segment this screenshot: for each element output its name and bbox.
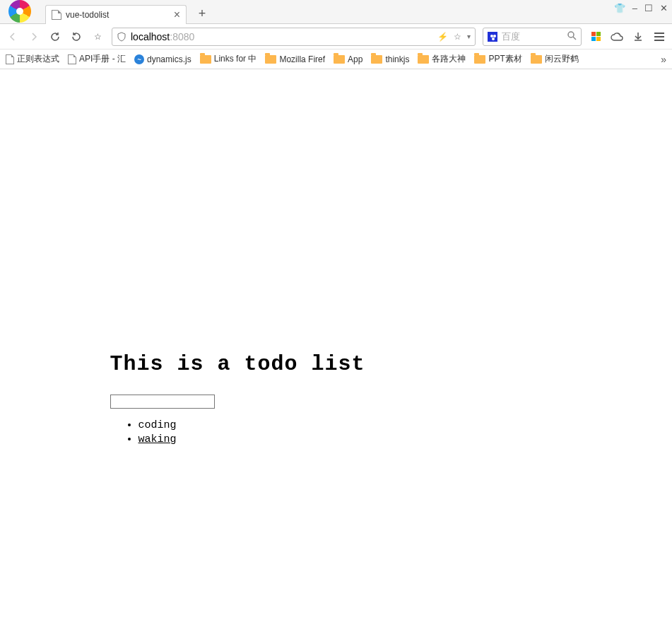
bookmark-item[interactable]: Mozilla Firef xyxy=(265,54,325,64)
page-heading: This is a todo list xyxy=(110,352,562,376)
bookmark-item[interactable]: API手册 - 汇 xyxy=(68,53,126,65)
apps-grid-icon[interactable] xyxy=(589,30,603,44)
reload-button[interactable] xyxy=(48,30,62,44)
bookmark-star-button[interactable]: ☆ xyxy=(90,30,105,44)
todo-item: coding xyxy=(138,419,562,433)
bookmark-label: 闲云野鹤 xyxy=(545,53,579,65)
bookmark-label: PPT素材 xyxy=(488,53,521,65)
page-icon xyxy=(52,10,61,20)
site-icon: ~ xyxy=(134,54,144,64)
folder-icon xyxy=(474,55,485,64)
bookmark-label: Mozilla Firef xyxy=(279,54,325,64)
bookmark-item[interactable]: PPT素材 xyxy=(474,53,521,65)
bookmark-item[interactable]: App xyxy=(334,54,362,64)
url-port: :8080 xyxy=(170,31,194,42)
page-icon xyxy=(6,54,14,64)
todo-app: This is a todo list codingwaking xyxy=(110,352,562,625)
undo-button[interactable] xyxy=(69,30,83,44)
window-maximize-button[interactable]: ☐ xyxy=(644,3,653,13)
url-star-icon[interactable]: ☆ xyxy=(454,32,461,42)
bookmark-label: 各路大神 xyxy=(432,53,466,65)
sync-icon[interactable]: 👕 xyxy=(614,3,625,13)
tab-title: vue-todolist xyxy=(66,10,170,20)
search-icon[interactable] xyxy=(567,30,577,42)
todo-item: waking xyxy=(138,433,562,447)
url-text[interactable]: localhost:8080 xyxy=(131,31,433,42)
bookmark-label: dynamics.js xyxy=(147,54,191,64)
todo-list: codingwaking xyxy=(110,419,562,446)
search-placeholder: 百度 xyxy=(502,30,562,43)
folder-icon xyxy=(265,55,276,64)
browser-logo-icon xyxy=(8,0,31,23)
url-bar[interactable]: localhost:8080 ⚡ ☆ ▾ xyxy=(112,28,476,46)
bookmark-label: thinkjs xyxy=(385,54,409,64)
nav-back-button xyxy=(6,30,20,44)
browser-logo[interactable] xyxy=(0,0,40,23)
nav-forward-button xyxy=(27,30,41,44)
baidu-icon xyxy=(488,32,497,42)
todo-input[interactable] xyxy=(110,395,215,409)
window-minimize-button[interactable]: – xyxy=(632,3,637,13)
bookmark-label: API手册 - 汇 xyxy=(79,53,126,65)
folder-icon xyxy=(531,55,542,64)
cloud-icon[interactable] xyxy=(610,30,624,44)
bookmark-item[interactable]: 闲云野鹤 xyxy=(531,53,579,65)
bookmark-label: Links for 中 xyxy=(214,53,257,65)
url-dropdown-icon[interactable]: ▾ xyxy=(467,33,471,40)
bookmark-item[interactable]: ~dynamics.js xyxy=(134,54,191,64)
tab-active[interactable]: vue-todolist × xyxy=(45,5,187,24)
shield-icon xyxy=(117,32,126,42)
bookmark-item[interactable]: 各路大神 xyxy=(418,53,466,65)
bookmarks-overflow-button[interactable]: » xyxy=(661,54,666,65)
bookmark-item[interactable]: Links for 中 xyxy=(200,53,257,65)
page-icon xyxy=(68,54,76,64)
bookmarks-bar: 正则表达式API手册 - 汇~dynamics.jsLinks for 中Moz… xyxy=(0,49,672,69)
bookmark-item[interactable]: thinkjs xyxy=(371,54,409,64)
bookmark-label: 正则表达式 xyxy=(17,53,59,65)
svg-line-1 xyxy=(573,37,576,40)
menu-button[interactable] xyxy=(652,30,666,44)
svg-point-0 xyxy=(568,32,574,37)
lightning-icon[interactable]: ⚡ xyxy=(437,32,448,42)
folder-icon xyxy=(200,55,211,64)
folder-icon xyxy=(334,55,345,64)
search-bar[interactable]: 百度 xyxy=(483,28,582,46)
bookmark-item[interactable]: 正则表达式 xyxy=(6,53,59,65)
folder-icon xyxy=(418,55,429,64)
folder-icon xyxy=(371,55,382,64)
url-right-controls: ⚡ ☆ ▾ xyxy=(437,32,471,42)
new-tab-button[interactable]: + xyxy=(194,5,211,22)
window-controls: 👕 – ☐ ✕ xyxy=(614,3,668,13)
tab-close-icon[interactable]: × xyxy=(174,10,180,20)
page-viewport: This is a todo list codingwaking xyxy=(0,69,672,625)
window-close-button[interactable]: ✕ xyxy=(660,3,668,13)
download-icon[interactable] xyxy=(631,30,645,44)
bookmark-label: App xyxy=(348,54,362,64)
toolbar: ☆ localhost:8080 ⚡ ☆ ▾ 百度 xyxy=(0,24,672,49)
titlebar: vue-todolist × + 👕 – ☐ ✕ xyxy=(0,0,672,24)
url-host: localhost xyxy=(131,31,170,42)
